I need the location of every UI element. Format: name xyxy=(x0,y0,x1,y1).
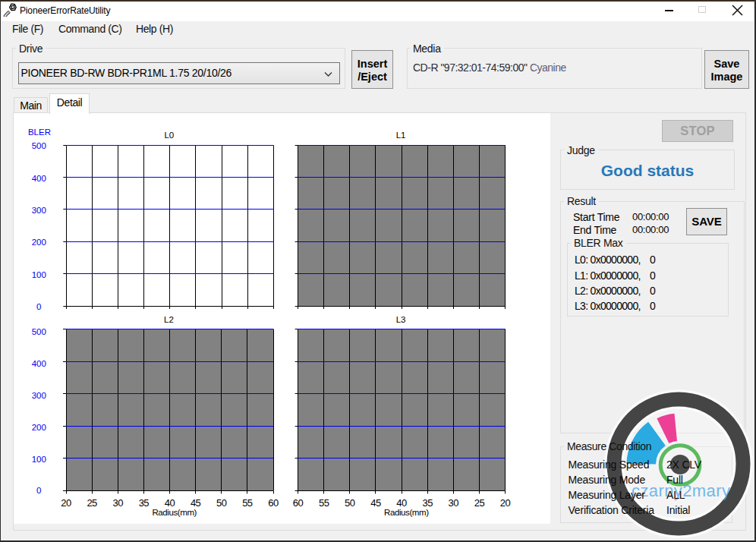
svg-text:20: 20 xyxy=(500,497,511,509)
svg-text:30: 30 xyxy=(449,497,459,509)
svg-text:55: 55 xyxy=(319,497,329,509)
svg-text:60: 60 xyxy=(268,497,279,509)
svg-text:25: 25 xyxy=(87,497,97,509)
svg-text:50: 50 xyxy=(216,497,227,509)
svg-text:400: 400 xyxy=(32,174,46,183)
svg-text:500: 500 xyxy=(32,327,46,336)
svg-text:20: 20 xyxy=(61,497,71,509)
svg-text:200: 200 xyxy=(32,238,46,247)
svg-text:300: 300 xyxy=(32,206,46,215)
svg-text:45: 45 xyxy=(370,497,381,509)
svg-text:45: 45 xyxy=(191,497,201,509)
svg-text:L2: L2 xyxy=(164,315,174,324)
svg-text:Radius(mm): Radius(mm) xyxy=(384,508,429,517)
svg-text:50: 50 xyxy=(345,497,355,509)
svg-text:L1: L1 xyxy=(396,131,406,140)
svg-text:0: 0 xyxy=(36,302,41,311)
svg-text:100: 100 xyxy=(32,270,46,279)
svg-text:L3: L3 xyxy=(396,315,406,324)
svg-text:BLER: BLER xyxy=(28,128,51,137)
svg-text:200: 200 xyxy=(32,423,46,432)
svg-text:L0: L0 xyxy=(164,131,174,140)
svg-text:30: 30 xyxy=(113,497,124,509)
svg-text:25: 25 xyxy=(474,497,485,509)
svg-text:100: 100 xyxy=(32,455,46,464)
svg-text:400: 400 xyxy=(32,359,46,368)
svg-text:55: 55 xyxy=(242,497,253,509)
svg-text:500: 500 xyxy=(32,141,46,150)
svg-text:35: 35 xyxy=(139,497,150,509)
svg-text:35: 35 xyxy=(422,497,433,509)
svg-text:40: 40 xyxy=(396,497,407,509)
svg-text:60: 60 xyxy=(293,497,304,509)
svg-text:Radius(mm): Radius(mm) xyxy=(152,508,197,517)
svg-text:40: 40 xyxy=(165,497,175,509)
svg-text:300: 300 xyxy=(32,391,46,400)
svg-text:0: 0 xyxy=(36,486,41,495)
